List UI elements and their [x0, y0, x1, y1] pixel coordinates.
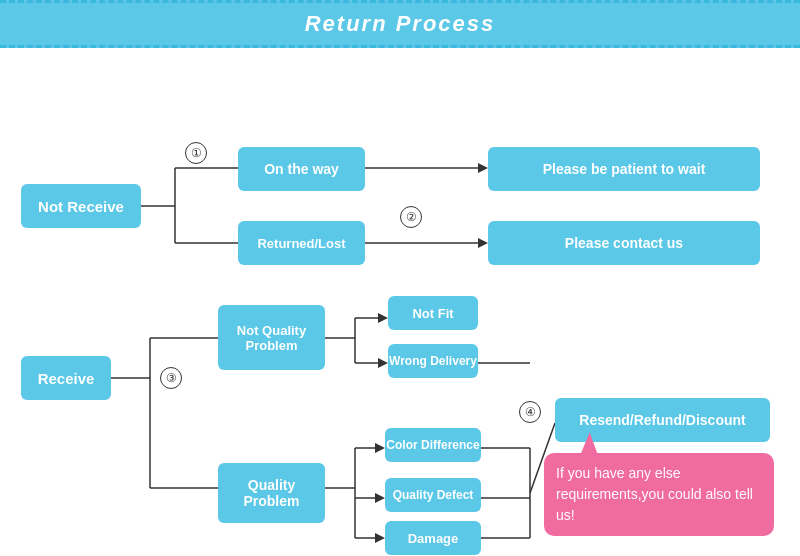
on-the-way-box: On the way — [238, 147, 365, 191]
please-wait-box: Please be patient to wait — [488, 147, 760, 191]
title-text: Return Process — [305, 11, 496, 36]
svg-marker-25 — [375, 533, 385, 543]
circle-one: ① — [185, 142, 207, 164]
svg-marker-15 — [378, 313, 388, 323]
svg-marker-5 — [478, 163, 488, 173]
main-content: Not Receive On the way Returned/Lost Ple… — [0, 48, 800, 556]
returned-lost-label: Returned/Lost — [257, 236, 345, 251]
color-diff-box: Color Difference — [385, 428, 481, 462]
receive-label: Receive — [38, 370, 95, 387]
wrong-delivery-box: Wrong Delivery — [388, 344, 478, 378]
not-quality-box: Not Quality Problem — [218, 305, 325, 370]
speech-bubble: If you have any else requirements,you co… — [544, 453, 774, 536]
svg-marker-7 — [478, 238, 488, 248]
page-title: Return Process — [0, 0, 800, 48]
please-contact-box: Please contact us — [488, 221, 760, 265]
circle-four: ④ — [519, 401, 541, 423]
not-fit-box: Not Fit — [388, 296, 478, 330]
svg-marker-21 — [375, 443, 385, 453]
not-receive-box: Not Receive — [21, 184, 141, 228]
receive-box: Receive — [21, 356, 111, 400]
svg-marker-17 — [378, 358, 388, 368]
damage-box: Damage — [385, 521, 481, 555]
circle-three: ③ — [160, 367, 182, 389]
svg-marker-23 — [375, 493, 385, 503]
quality-defect-box: Quality Defect — [385, 478, 481, 512]
circle-two: ② — [400, 206, 422, 228]
returned-lost-box: Returned/Lost — [238, 221, 365, 265]
quality-box: Quality Problem — [218, 463, 325, 523]
